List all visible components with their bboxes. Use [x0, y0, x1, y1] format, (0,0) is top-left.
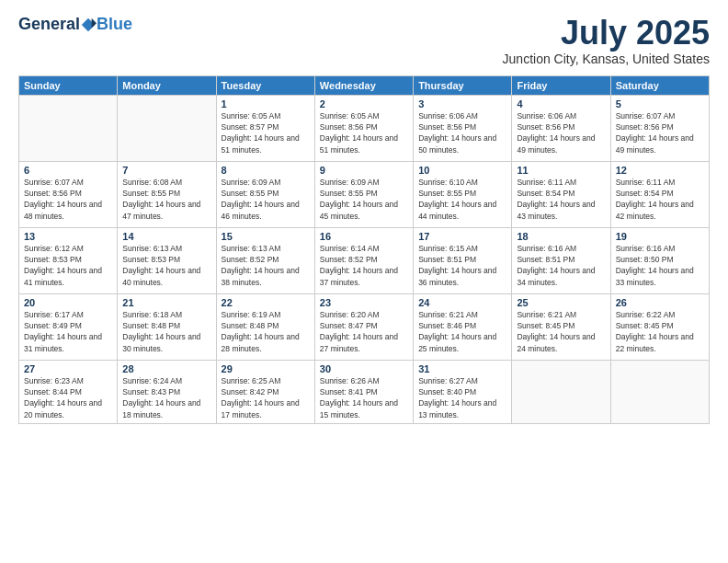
table-row: 20Sunrise: 6:17 AM Sunset: 8:49 PM Dayli…	[19, 293, 118, 360]
table-row	[19, 95, 118, 161]
day-info: Sunrise: 6:13 AM Sunset: 8:53 PM Dayligh…	[122, 243, 210, 288]
day-info: Sunrise: 6:25 AM Sunset: 8:42 PM Dayligh…	[222, 375, 310, 420]
day-number: 13	[24, 231, 112, 242]
table-row: 15Sunrise: 6:13 AM Sunset: 8:52 PM Dayli…	[216, 227, 314, 293]
table-row: 9Sunrise: 6:09 AM Sunset: 8:55 PM Daylig…	[314, 161, 413, 227]
title-block: July 2025 Junction City, Kansas, United …	[503, 15, 710, 66]
day-info: Sunrise: 6:10 AM Sunset: 8:55 PM Dayligh…	[418, 177, 506, 222]
day-number: 15	[222, 231, 310, 242]
table-row: 1Sunrise: 6:05 AM Sunset: 8:57 PM Daylig…	[216, 95, 314, 161]
day-number: 26	[616, 297, 704, 308]
day-info: Sunrise: 6:21 AM Sunset: 8:45 PM Dayligh…	[517, 309, 605, 354]
day-info: Sunrise: 6:05 AM Sunset: 8:56 PM Dayligh…	[320, 110, 408, 155]
day-number: 3	[418, 98, 506, 109]
day-number: 20	[24, 297, 112, 308]
table-row: 16Sunrise: 6:14 AM Sunset: 8:52 PM Dayli…	[314, 227, 413, 293]
day-info: Sunrise: 6:24 AM Sunset: 8:43 PM Dayligh…	[122, 375, 210, 420]
table-row: 2Sunrise: 6:05 AM Sunset: 8:56 PM Daylig…	[314, 95, 413, 161]
day-info: Sunrise: 6:21 AM Sunset: 8:46 PM Dayligh…	[418, 309, 506, 354]
day-number: 2	[320, 98, 408, 109]
table-row: 27Sunrise: 6:23 AM Sunset: 8:44 PM Dayli…	[19, 360, 118, 423]
table-row: 8Sunrise: 6:09 AM Sunset: 8:55 PM Daylig…	[216, 161, 314, 227]
logo-blue: Blue	[97, 15, 132, 34]
table-row: 13Sunrise: 6:12 AM Sunset: 8:53 PM Dayli…	[19, 227, 118, 293]
day-info: Sunrise: 6:06 AM Sunset: 8:56 PM Dayligh…	[418, 110, 506, 155]
day-number: 23	[320, 297, 408, 308]
table-row: 17Sunrise: 6:15 AM Sunset: 8:51 PM Dayli…	[414, 227, 512, 293]
day-number: 17	[418, 231, 506, 242]
day-number: 28	[122, 363, 210, 374]
table-row: 26Sunrise: 6:22 AM Sunset: 8:45 PM Dayli…	[610, 293, 709, 360]
table-row: 30Sunrise: 6:26 AM Sunset: 8:41 PM Dayli…	[314, 360, 413, 423]
table-row: 3Sunrise: 6:06 AM Sunset: 8:56 PM Daylig…	[414, 95, 512, 161]
col-sunday: Sunday	[19, 75, 118, 95]
day-number: 19	[616, 231, 704, 242]
day-number: 25	[517, 297, 605, 308]
day-info: Sunrise: 6:11 AM Sunset: 8:54 PM Dayligh…	[616, 177, 704, 222]
day-info: Sunrise: 6:16 AM Sunset: 8:50 PM Dayligh…	[616, 243, 704, 288]
logo: General Blue	[18, 15, 132, 34]
day-number: 11	[517, 165, 605, 176]
table-row: 28Sunrise: 6:24 AM Sunset: 8:43 PM Dayli…	[118, 360, 216, 423]
table-row: 5Sunrise: 6:07 AM Sunset: 8:56 PM Daylig…	[610, 95, 709, 161]
table-row: 12Sunrise: 6:11 AM Sunset: 8:54 PM Dayli…	[610, 161, 709, 227]
subtitle: Junction City, Kansas, United States	[503, 52, 710, 66]
day-number: 12	[616, 165, 704, 176]
day-info: Sunrise: 6:27 AM Sunset: 8:40 PM Dayligh…	[418, 375, 506, 420]
day-number: 10	[418, 165, 506, 176]
table-row: 19Sunrise: 6:16 AM Sunset: 8:50 PM Dayli…	[610, 227, 709, 293]
day-number: 6	[24, 165, 112, 176]
logo-general: General	[18, 15, 80, 34]
day-info: Sunrise: 6:22 AM Sunset: 8:45 PM Dayligh…	[616, 309, 704, 354]
table-row	[512, 360, 610, 423]
table-row	[118, 95, 216, 161]
table-row: 6Sunrise: 6:07 AM Sunset: 8:56 PM Daylig…	[19, 161, 118, 227]
main-title: July 2025	[503, 15, 710, 52]
day-number: 16	[320, 231, 408, 242]
logo-text: General Blue	[18, 15, 132, 34]
day-info: Sunrise: 6:05 AM Sunset: 8:57 PM Dayligh…	[222, 110, 310, 155]
day-info: Sunrise: 6:07 AM Sunset: 8:56 PM Dayligh…	[616, 110, 704, 155]
table-row: 21Sunrise: 6:18 AM Sunset: 8:48 PM Dayli…	[118, 293, 216, 360]
table-row: 24Sunrise: 6:21 AM Sunset: 8:46 PM Dayli…	[414, 293, 512, 360]
logo-icon	[80, 17, 97, 33]
col-wednesday: Wednesday	[314, 75, 413, 95]
table-row: 14Sunrise: 6:13 AM Sunset: 8:53 PM Dayli…	[118, 227, 216, 293]
table-row: 25Sunrise: 6:21 AM Sunset: 8:45 PM Dayli…	[512, 293, 610, 360]
day-info: Sunrise: 6:20 AM Sunset: 8:47 PM Dayligh…	[320, 309, 408, 354]
day-info: Sunrise: 6:12 AM Sunset: 8:53 PM Dayligh…	[24, 243, 112, 288]
day-info: Sunrise: 6:18 AM Sunset: 8:48 PM Dayligh…	[122, 309, 210, 354]
table-row: 29Sunrise: 6:25 AM Sunset: 8:42 PM Dayli…	[216, 360, 314, 423]
day-number: 21	[122, 297, 210, 308]
day-info: Sunrise: 6:08 AM Sunset: 8:55 PM Dayligh…	[122, 177, 210, 222]
col-saturday: Saturday	[610, 75, 709, 95]
day-number: 27	[24, 363, 112, 374]
col-thursday: Thursday	[414, 75, 512, 95]
day-number: 18	[517, 231, 605, 242]
day-info: Sunrise: 6:09 AM Sunset: 8:55 PM Dayligh…	[222, 177, 310, 222]
day-number: 24	[418, 297, 506, 308]
day-info: Sunrise: 6:19 AM Sunset: 8:48 PM Dayligh…	[222, 309, 310, 354]
col-monday: Monday	[118, 75, 216, 95]
day-number: 30	[320, 363, 408, 374]
day-info: Sunrise: 6:23 AM Sunset: 8:44 PM Dayligh…	[24, 375, 112, 420]
day-number: 8	[222, 165, 310, 176]
day-number: 9	[320, 165, 408, 176]
header: General Blue July 2025 Junction City, Ka…	[18, 15, 710, 66]
day-info: Sunrise: 6:13 AM Sunset: 8:52 PM Dayligh…	[222, 243, 310, 288]
table-row: 22Sunrise: 6:19 AM Sunset: 8:48 PM Dayli…	[216, 293, 314, 360]
day-number: 29	[222, 363, 310, 374]
col-friday: Friday	[512, 75, 610, 95]
day-number: 5	[616, 98, 704, 109]
table-row: 7Sunrise: 6:08 AM Sunset: 8:55 PM Daylig…	[118, 161, 216, 227]
table-row	[610, 360, 709, 423]
day-info: Sunrise: 6:17 AM Sunset: 8:49 PM Dayligh…	[24, 309, 112, 354]
day-info: Sunrise: 6:26 AM Sunset: 8:41 PM Dayligh…	[320, 375, 408, 420]
calendar-table: Sunday Monday Tuesday Wednesday Thursday…	[18, 75, 710, 424]
day-info: Sunrise: 6:06 AM Sunset: 8:56 PM Dayligh…	[517, 110, 605, 155]
day-number: 22	[222, 297, 310, 308]
table-row: 4Sunrise: 6:06 AM Sunset: 8:56 PM Daylig…	[512, 95, 610, 161]
table-row: 31Sunrise: 6:27 AM Sunset: 8:40 PM Dayli…	[414, 360, 512, 423]
day-info: Sunrise: 6:11 AM Sunset: 8:54 PM Dayligh…	[517, 177, 605, 222]
table-row: 23Sunrise: 6:20 AM Sunset: 8:47 PM Dayli…	[314, 293, 413, 360]
